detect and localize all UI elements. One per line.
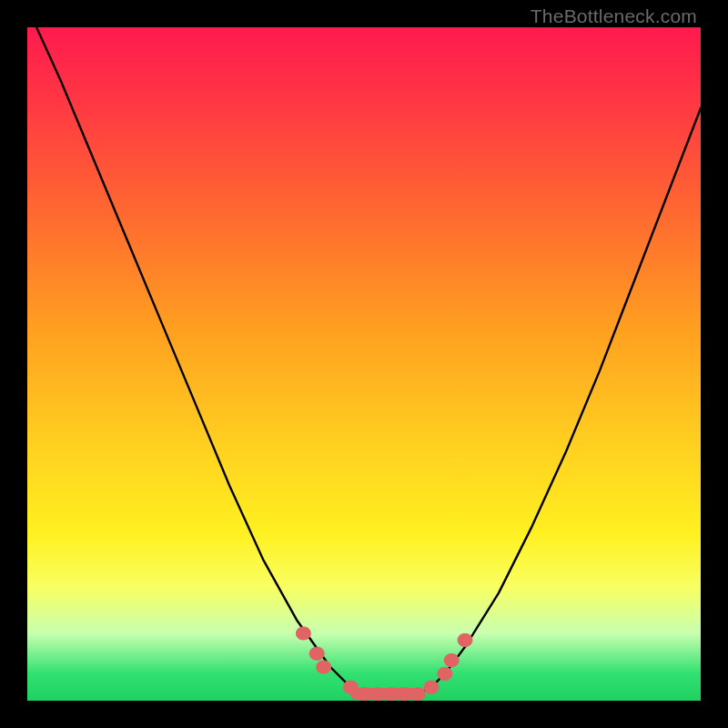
curve-svg <box>27 27 701 701</box>
trough-bar <box>350 689 418 700</box>
marker-dot <box>438 667 452 680</box>
attribution-text: TheBottleneck.com <box>531 5 697 27</box>
bottleneck-curve <box>27 7 701 694</box>
marker-dot <box>444 654 459 667</box>
plot-area <box>27 27 701 701</box>
marker-dot <box>424 681 439 693</box>
marker-dot <box>317 661 331 673</box>
marker-group <box>296 627 472 701</box>
marker-dot <box>309 647 324 660</box>
marker-dot <box>296 627 310 640</box>
chart-frame: TheBottleneck.com <box>0 0 728 728</box>
marker-dot <box>458 633 472 646</box>
